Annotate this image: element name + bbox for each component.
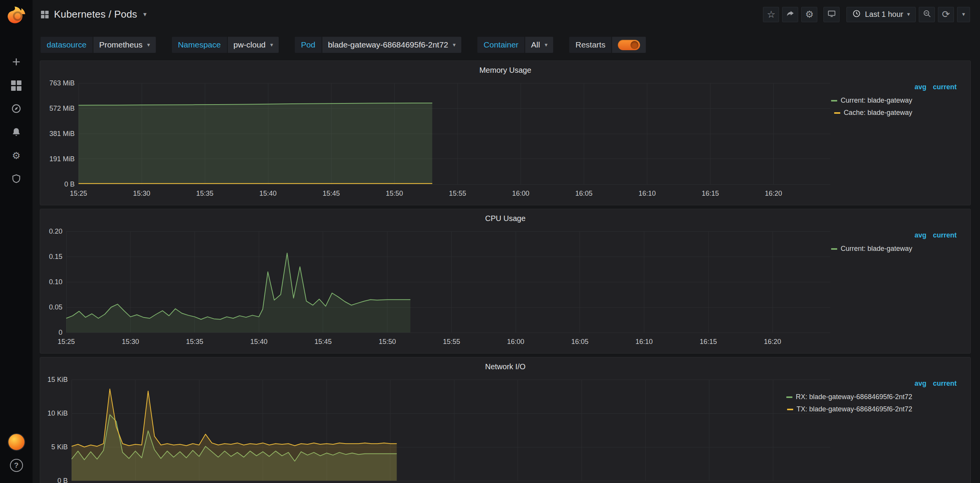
series-color-icon [834, 112, 840, 114]
legend-link-avg[interactable]: avg [915, 380, 926, 387]
legend-link-current[interactable]: current [933, 231, 957, 239]
variable-label: Container [477, 37, 524, 53]
sidebar: ⚙ ? [0, 0, 33, 483]
svg-text:16:00: 16:00 [512, 190, 529, 197]
variable-pod: Pod blade-gateway-68684695f6-2nt72 ▾ [295, 37, 461, 53]
refresh-icon: ⟳ [942, 10, 950, 19]
variable-label: Pod [295, 37, 321, 53]
dashboard-icon [41, 11, 49, 18]
sidebar-item-explore[interactable] [0, 97, 33, 121]
legend-link-avg[interactable]: avg [915, 231, 926, 239]
legend-link-current[interactable]: current [933, 83, 957, 91]
sidebar-item-server-admin[interactable] [0, 167, 33, 191]
variable-value-dropdown[interactable]: Prometheus ▾ [93, 37, 156, 53]
restarts-toggle-holder [612, 37, 646, 53]
svg-text:15:40: 15:40 [260, 190, 277, 197]
legend-link-avg[interactable]: avg [915, 83, 926, 91]
svg-text:16:05: 16:05 [575, 190, 593, 197]
svg-text:16:05: 16:05 [571, 338, 588, 345]
sidebar-item-profile[interactable] [0, 430, 33, 454]
svg-text:16:15: 16:15 [702, 190, 719, 197]
variable-value: pw-cloud [234, 40, 266, 49]
svg-text:381 MiB: 381 MiB [49, 130, 75, 138]
panel-title[interactable]: CPU Usage [40, 209, 970, 222]
svg-text:16:00: 16:00 [507, 338, 524, 345]
sidebar-item-help[interactable]: ? [0, 454, 33, 477]
restarts-toggle[interactable] [618, 40, 640, 50]
panel-network-io: Network I/O 15:2515:3015:3515:4015:4515:… [40, 357, 971, 483]
network-io-graph[interactable]: 15:2515:3015:3515:4015:4515:5015:5516:00… [45, 375, 831, 483]
svg-text:15:50: 15:50 [386, 190, 403, 197]
svg-text:0 B: 0 B [64, 180, 75, 188]
variable-container: Container All ▾ [477, 37, 553, 53]
legend-item[interactable]: Current: blade-gateway [831, 97, 957, 105]
variable-namespace: Namespace pw-cloud ▾ [172, 37, 279, 53]
chevron-down-icon: ▾ [545, 42, 548, 48]
grafana-logo[interactable] [6, 5, 27, 25]
series-name: Cache: blade-gateway [844, 109, 912, 117]
clock-icon [852, 9, 861, 20]
svg-text:15:30: 15:30 [133, 190, 150, 197]
legend-item[interactable]: TX: blade-gateway-68684695f6-2nt72 [786, 405, 957, 413]
series-color-icon [787, 409, 793, 410]
memory-usage-graph[interactable]: 15:2515:3015:3515:4015:4515:5015:5516:00… [45, 79, 831, 202]
sidebar-item-configuration[interactable]: ⚙ [0, 144, 33, 167]
chevron-down-icon: ▾ [907, 11, 910, 17]
help-icon: ? [10, 459, 23, 472]
variable-value: blade-gateway-68684695f6-2nt72 [328, 40, 448, 49]
gear-icon: ⚙ [12, 151, 20, 160]
svg-text:572 MiB: 572 MiB [49, 105, 75, 112]
legend-link-current[interactable]: current [933, 380, 957, 387]
bell-icon [11, 127, 21, 138]
variable-datasource: datasource Prometheus ▾ [41, 37, 156, 53]
legend-sort-links: avgcurrent [786, 380, 957, 388]
series-color-icon [831, 248, 837, 250]
share-icon [786, 9, 795, 20]
dashboard-title-picker[interactable]: Kubernetes / Pods ▾ [41, 8, 147, 20]
star-dashboard-button[interactable]: ☆ [763, 7, 779, 22]
restarts-label: Restarts [569, 37, 611, 53]
series-name: RX: blade-gateway-68684695f6-2nt72 [796, 393, 912, 401]
dashboard-settings-button[interactable]: ⚙ [801, 7, 817, 22]
panel-title[interactable]: Memory Usage [40, 61, 970, 74]
cycle-view-mode-button[interactable] [823, 7, 840, 22]
legend-item[interactable]: RX: blade-gateway-68684695f6-2nt72 [786, 393, 957, 401]
variable-value-dropdown[interactable]: pw-cloud ▾ [228, 37, 279, 53]
page-title: Kubernetes / Pods [54, 8, 137, 20]
sidebar-item-create[interactable] [0, 51, 33, 74]
time-range-picker[interactable]: Last 1 hour ▾ [846, 7, 916, 22]
refresh-interval-picker[interactable]: ▾ [957, 7, 970, 22]
navbar: Kubernetes / Pods ▾ ☆ ⚙ [33, 0, 980, 29]
svg-text:0.15: 0.15 [49, 253, 62, 260]
series-name: TX: blade-gateway-68684695f6-2nt72 [797, 405, 912, 413]
navbar-actions: ☆ ⚙ [760, 7, 970, 22]
chevron-down-icon: ▾ [270, 42, 273, 48]
zoom-out-time-button[interactable] [919, 7, 935, 22]
svg-text:5 KiB: 5 KiB [51, 443, 68, 451]
svg-text:15:55: 15:55 [449, 190, 466, 197]
variable-value-dropdown[interactable]: blade-gateway-68684695f6-2nt72 ▾ [322, 37, 462, 53]
zoom-out-icon [923, 9, 931, 20]
panel-title[interactable]: Network I/O [40, 357, 970, 370]
sidebar-item-dashboards[interactable] [0, 74, 33, 97]
legend-item[interactable]: Current: blade-gateway [831, 245, 957, 253]
compass-icon [11, 103, 21, 115]
variable-value-dropdown[interactable]: All ▾ [525, 37, 553, 53]
cpu-usage-graph[interactable]: 15:2515:3015:3515:4015:4515:5015:5516:00… [45, 227, 831, 350]
svg-text:0.10: 0.10 [49, 278, 62, 286]
refresh-dashboard-button[interactable]: ⟳ [938, 7, 954, 22]
grafana-app: ⚙ ? Kubernetes / Pod [0, 0, 980, 483]
svg-text:0 B: 0 B [57, 477, 68, 483]
legend-item[interactable]: Cache: blade-gateway [831, 109, 957, 117]
sidebar-bottom: ? [0, 430, 33, 477]
panel-cpu-usage: CPU Usage 15:2515:3015:3515:4015:4515:50… [40, 209, 971, 354]
share-dashboard-button[interactable] [782, 7, 798, 22]
svg-text:15 KiB: 15 KiB [47, 376, 68, 383]
monitor-icon [827, 9, 836, 20]
svg-text:16:20: 16:20 [764, 338, 781, 345]
svg-text:15:35: 15:35 [196, 190, 214, 197]
svg-text:16:10: 16:10 [635, 338, 653, 345]
series-color-icon [786, 396, 792, 398]
variable-value: Prometheus [99, 40, 142, 49]
sidebar-item-alerting[interactable] [0, 121, 33, 144]
